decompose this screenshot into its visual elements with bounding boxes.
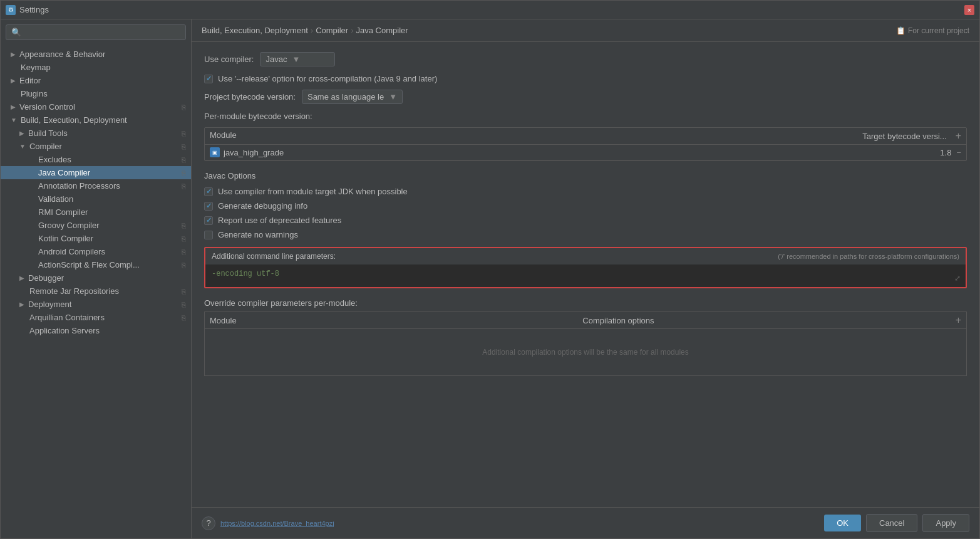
generate-debug-checkbox[interactable]	[204, 202, 213, 211]
sidebar-item-keymap[interactable]: Keymap	[1, 61, 191, 74]
javac-checkbox-label-1: Generate debugging info	[218, 201, 307, 211]
sidebar-item-label: Version Control	[19, 102, 75, 112]
sidebar-item-deployment[interactable]: ▶ Deployment ⎘	[1, 298, 191, 311]
javac-checkbox-row-0: Use compiler from module target JDK when…	[204, 187, 967, 196]
sidebar-item-rmi-compiler[interactable]: RMI Compiler	[1, 206, 191, 219]
sidebar-item-label: Validation	[38, 194, 73, 204]
expand-icon: ▶	[11, 51, 16, 58]
compiler-arrow: ▼	[292, 55, 300, 64]
sidebar-item-remote-jar[interactable]: Remote Jar Repositories ⎘	[1, 285, 191, 298]
sidebar-item-validation[interactable]: Validation	[1, 192, 191, 206]
sidebar-item-app-servers[interactable]: Application Servers	[1, 324, 191, 337]
compiler-select[interactable]: Javac ▼	[260, 52, 335, 66]
copy-icon: ⎘	[182, 261, 186, 269]
copy-icon: ⎘	[182, 182, 186, 190]
sidebar-item-label: Application Servers	[29, 326, 100, 335]
breadcrumb-part2: Compiler	[316, 26, 348, 35]
cancel-button[interactable]: Cancel	[866, 514, 917, 532]
copy-icon: ⎘	[182, 301, 186, 308]
remove-module-button[interactable]: −	[956, 148, 961, 157]
sidebar-item-build-exec-deploy[interactable]: ▼ Build, Execution, Deployment	[1, 113, 191, 127]
expand-icon: ▼	[11, 117, 17, 123]
javac-options-title: Javac Options	[204, 171, 967, 181]
report-deprecated-checkbox[interactable]	[204, 216, 213, 225]
window-title: Settings	[19, 5, 964, 14]
sidebar-item-label: Groovy Compiler	[38, 221, 100, 230]
sidebar-item-plugins[interactable]: Plugins	[1, 87, 191, 100]
footer-link[interactable]: https://blog.csdn.net/Brave_heart4pzj	[220, 520, 819, 527]
use-module-target-checkbox[interactable]	[204, 187, 213, 196]
compiler-value: Javac	[266, 55, 287, 64]
sidebar-item-label: Arquillian Containers	[29, 313, 105, 322]
sidebar-item-label: Deployment	[28, 300, 71, 309]
sidebar-item-actionscript-flex[interactable]: ActionScript & Flex Compi... ⎘	[1, 258, 191, 271]
per-module-table: Module Target bytecode versi... + ▣ java…	[204, 127, 967, 161]
sidebar-item-android-compilers[interactable]: Android Compilers ⎘	[1, 245, 191, 258]
override-options-header: Compilation options	[582, 316, 955, 325]
table-row: ▣ java_high_grade 1.8 −	[205, 145, 966, 160]
bytecode-row: Project bytecode version: Same as langua…	[204, 90, 967, 104]
sidebar-item-excludes[interactable]: Excludes ⎘	[1, 153, 191, 166]
search-input[interactable]	[25, 28, 180, 37]
sidebar: 🔍 ▶ Appearance & Behavior Keymap ▶ Edito…	[1, 19, 192, 538]
expand-icon: ▶	[19, 301, 24, 308]
copy-icon: ⎘	[182, 143, 186, 150]
sidebar-item-editor[interactable]: ▶ Editor	[1, 74, 191, 87]
add-module-button[interactable]: +	[956, 130, 961, 142]
cmd-params-section: Additional command line parameters: ('/'…	[204, 247, 967, 288]
main-area: 🔍 ▶ Appearance & Behavior Keymap ▶ Edito…	[1, 19, 979, 538]
breadcrumb: Build, Execution, Deployment › Compiler …	[192, 19, 979, 42]
cmd-params-label: Additional command line parameters:	[212, 252, 336, 261]
sidebar-item-java-compiler[interactable]: Java Compiler ⎘	[1, 166, 191, 179]
sidebar-item-label: Remote Jar Repositories	[29, 286, 119, 296]
sidebar-item-appearance[interactable]: ▶ Appearance & Behavior	[1, 48, 191, 61]
copy-icon: ⎘	[182, 222, 186, 229]
sidebar-item-compiler[interactable]: ▼ Compiler ⎘	[1, 140, 191, 153]
apply-button[interactable]: Apply	[922, 514, 969, 532]
sidebar-item-debugger[interactable]: ▶ Debugger	[1, 271, 191, 285]
sidebar-item-annotation-processors[interactable]: Annotation Processors ⎘	[1, 179, 191, 192]
help-button[interactable]: ?	[202, 516, 215, 530]
expand-icon: ▼	[19, 143, 26, 150]
breadcrumb-sep2: ›	[351, 26, 353, 35]
override-title: Override compiler parameters per-module:	[204, 298, 967, 308]
release-checkbox[interactable]	[204, 75, 213, 83]
close-button[interactable]: ×	[964, 5, 974, 15]
override-empty-text: Additional compilation options will be t…	[205, 329, 966, 375]
sidebar-item-version-control[interactable]: ▶ Version Control ⎘	[1, 100, 191, 113]
javac-checkbox-label-0: Use compiler from module target JDK when…	[218, 187, 408, 196]
expand-icon[interactable]: ⤢	[954, 274, 961, 283]
sidebar-item-kotlin-compiler[interactable]: Kotlin Compiler ⎘	[1, 232, 191, 245]
copy-icon: ⎘	[182, 169, 186, 177]
settings-window: ⚙ Settings × 🔍 ▶ Appearance & Behavior K…	[0, 0, 980, 539]
table-header: Module Target bytecode versi... +	[205, 128, 966, 145]
add-override-button[interactable]: +	[956, 315, 961, 326]
sidebar-item-label: Java Compiler	[38, 168, 90, 177]
sidebar-item-build-tools[interactable]: ▶ Build Tools ⎘	[1, 127, 191, 140]
ok-button[interactable]: OK	[824, 515, 861, 531]
search-box[interactable]: 🔍	[6, 24, 186, 40]
use-compiler-label: Use compiler:	[204, 55, 254, 64]
breadcrumb-sep1: ›	[311, 26, 313, 35]
generate-no-warnings-checkbox[interactable]	[204, 231, 213, 239]
sidebar-item-label: Build, Execution, Deployment	[21, 115, 127, 125]
copy-icon: ⎘	[182, 288, 186, 295]
content-body: Use compiler: Javac ▼ Use '--release' op…	[192, 42, 979, 507]
window-icon: ⚙	[6, 5, 16, 15]
sidebar-item-label: Build Tools	[28, 128, 68, 138]
sidebar-item-arquillian[interactable]: Arquillian Containers ⎘	[1, 311, 191, 324]
breadcrumb-part3: Java Compiler	[356, 26, 408, 35]
sidebar-item-label: Debugger	[28, 273, 64, 283]
expand-icon: ▶	[11, 103, 16, 110]
sidebar-item-label: Plugins	[21, 89, 48, 98]
expand-icon: ▶	[11, 77, 16, 84]
bytecode-select[interactable]: Same as language le ▼	[302, 90, 403, 104]
target-col-header: Target bytecode versi... +	[848, 130, 961, 142]
release-checkbox-row: Use '--release' option for cross-compila…	[204, 74, 967, 83]
cmd-params-input-area[interactable]: -encoding utf-8 ⤢	[205, 264, 966, 287]
sidebar-item-label: Appearance & Behavior	[19, 50, 105, 59]
sidebar-item-label: Kotlin Compiler	[38, 234, 93, 243]
sidebar-item-groovy-compiler[interactable]: Groovy Compiler ⎘	[1, 219, 191, 232]
content-panel: Build, Execution, Deployment › Compiler …	[192, 19, 979, 538]
sidebar-item-label: ActionScript & Flex Compi...	[38, 260, 140, 270]
